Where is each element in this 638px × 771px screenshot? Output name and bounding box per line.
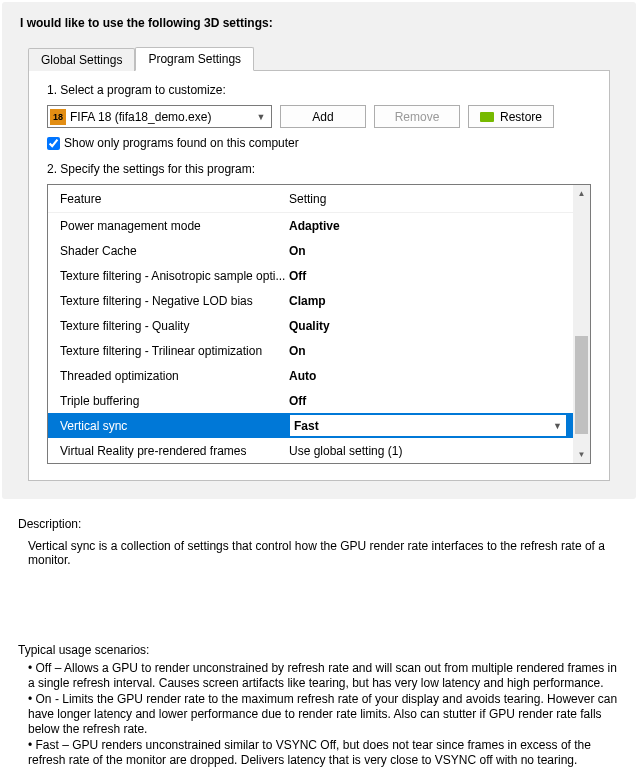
- header-feature: Feature: [54, 192, 289, 206]
- setting-cell: Quality: [289, 319, 567, 333]
- program-select-text: FIFA 18 (fifa18_demo.exe): [70, 110, 253, 124]
- setting-cell: Clamp: [289, 294, 567, 308]
- tab-global-settings[interactable]: Global Settings: [28, 48, 135, 71]
- step2-label: 2. Specify the settings for this program…: [47, 162, 591, 176]
- description-title: Description:: [18, 517, 620, 531]
- description-section: Description: Vertical sync is a collecti…: [0, 501, 638, 575]
- scenario-item: • Off – Allows a GPU to render unconstra…: [18, 661, 620, 691]
- feature-cell: Texture filtering - Negative LOD bias: [54, 294, 289, 308]
- step1-label: 1. Select a program to customize:: [47, 83, 591, 97]
- header-setting: Setting: [289, 192, 567, 206]
- nvidia-icon: [480, 112, 494, 122]
- settings-row[interactable]: Vertical syncFast▼: [48, 413, 573, 438]
- feature-cell: Virtual Reality pre-rendered frames: [54, 444, 289, 458]
- chevron-down-icon: ▼: [553, 421, 562, 431]
- settings-row[interactable]: Threaded optimizationAuto: [48, 363, 573, 388]
- settings-row[interactable]: Texture filtering - Trilinear optimizati…: [48, 338, 573, 363]
- setting-cell: On: [289, 244, 567, 258]
- settings-row[interactable]: Virtual Reality pre-rendered framesUse g…: [48, 438, 573, 463]
- panel-title: I would like to use the following 3D set…: [20, 16, 626, 30]
- scroll-thumb[interactable]: [575, 336, 588, 434]
- scenario-item: • On - Limits the GPU render rate to the…: [18, 692, 620, 737]
- program-settings-content: 1. Select a program to customize: 18 FIF…: [28, 70, 610, 481]
- feature-cell: Vertical sync: [54, 419, 289, 433]
- scroll-down-icon[interactable]: ▼: [573, 446, 590, 463]
- setting-cell: On: [289, 344, 567, 358]
- setting-cell: Off: [289, 394, 567, 408]
- settings-scroll: Feature Setting Power management modeAda…: [48, 185, 573, 463]
- settings-row[interactable]: Texture filtering - QualityQuality: [48, 313, 573, 338]
- settings-row[interactable]: Triple bufferingOff: [48, 388, 573, 413]
- remove-button: Remove: [374, 105, 460, 128]
- settings-row[interactable]: Texture filtering - Anisotropic sample o…: [48, 263, 573, 288]
- settings-panel: I would like to use the following 3D set…: [2, 2, 636, 499]
- feature-cell: Texture filtering - Trilinear optimizati…: [54, 344, 289, 358]
- tab-program-settings[interactable]: Program Settings: [135, 47, 254, 71]
- add-button[interactable]: Add: [280, 105, 366, 128]
- setting-cell: Off: [289, 269, 567, 283]
- scenarios-title: Typical usage scenarios:: [18, 643, 620, 657]
- show-only-found-row: Show only programs found on this compute…: [47, 136, 591, 150]
- feature-cell: Shader Cache: [54, 244, 289, 258]
- setting-cell[interactable]: Fast▼: [289, 414, 567, 437]
- feature-cell: Texture filtering - Anisotropic sample o…: [54, 269, 289, 283]
- restore-button[interactable]: Restore: [468, 105, 554, 128]
- settings-row[interactable]: Power management modeAdaptive: [48, 213, 573, 238]
- scenarios-section: Typical usage scenarios: • Off – Allows …: [0, 635, 638, 771]
- chevron-down-icon: ▼: [253, 112, 269, 122]
- scroll-up-icon[interactable]: ▲: [573, 185, 590, 202]
- description-body: Vertical sync is a collection of setting…: [18, 539, 620, 567]
- feature-cell: Texture filtering - Quality: [54, 319, 289, 333]
- show-only-found-checkbox[interactable]: [47, 137, 60, 150]
- feature-cell: Power management mode: [54, 219, 289, 233]
- setting-cell: Use global setting (1): [289, 444, 567, 458]
- feature-cell: Triple buffering: [54, 394, 289, 408]
- feature-cell: Threaded optimization: [54, 369, 289, 383]
- settings-list: Feature Setting Power management modeAda…: [47, 184, 591, 464]
- tab-bar: Global Settings Program Settings: [28, 46, 610, 70]
- show-only-found-label: Show only programs found on this compute…: [64, 136, 299, 150]
- settings-row[interactable]: Texture filtering - Negative LOD biasCla…: [48, 288, 573, 313]
- program-icon: 18: [50, 109, 66, 125]
- scenario-item: • Fast – GPU renders unconstrained simil…: [18, 738, 620, 768]
- settings-header: Feature Setting: [48, 185, 573, 213]
- scrollbar[interactable]: ▲ ▼: [573, 185, 590, 463]
- program-select[interactable]: 18 FIFA 18 (fifa18_demo.exe) ▼: [47, 105, 272, 128]
- setting-cell: Auto: [289, 369, 567, 383]
- program-select-row: 18 FIFA 18 (fifa18_demo.exe) ▼ Add Remov…: [47, 105, 591, 128]
- setting-cell: Adaptive: [289, 219, 567, 233]
- settings-row[interactable]: Shader CacheOn: [48, 238, 573, 263]
